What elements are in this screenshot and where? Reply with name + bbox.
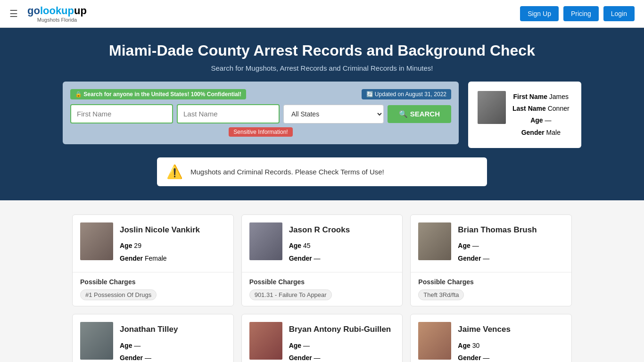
- record-top: Bryan Antony Rubi-Guillen Age — Gender —: [242, 314, 403, 362]
- charges-title: Possible Charges: [249, 278, 395, 286]
- info-avatar: [478, 91, 506, 124]
- logo: golookupup Mugshots Florida: [27, 5, 87, 23]
- record-avatar: [249, 222, 282, 260]
- record-charges: Possible Charges 901.31 - Failure To App…: [242, 272, 403, 306]
- charge-badge: Theft 3Rd/fta: [418, 289, 464, 300]
- record-avatar: [80, 322, 113, 360]
- record-age: Age —: [458, 239, 537, 252]
- login-button[interactable]: Login: [603, 6, 635, 21]
- record-top: Joslin Nicole Vankirk Age 29 Gender Fema…: [73, 215, 233, 272]
- hero-section: Miami-Dade County Arrest Records and Bac…: [0, 28, 644, 200]
- first-name-input[interactable]: [70, 104, 173, 123]
- header-left: ☰ golookupup Mugshots Florida: [9, 5, 87, 23]
- alert-icon: ⚠️: [166, 164, 183, 180]
- age-label: Age: [530, 116, 543, 124]
- record-top: Brian Thomas Brush Age — Gender —: [411, 215, 571, 272]
- record-card[interactable]: Jonathan Tilley Age — Gender — Possible …: [72, 314, 234, 362]
- charge-badge: 901.31 - Failure To Appear: [249, 289, 332, 300]
- gender-label: Gender: [521, 129, 545, 136]
- logo-subtitle: Mugshots Florida: [27, 17, 87, 23]
- record-avatar: [418, 322, 451, 360]
- record-card[interactable]: Jason R Crooks Age 45 Gender — Possible …: [241, 214, 403, 306]
- age-value: —: [545, 116, 551, 124]
- record-charges: Possible Charges #1 Possession Of Drugs: [73, 272, 233, 306]
- search-area: 🔒 Search for anyone in the United States…: [63, 82, 581, 148]
- record-age: Age —: [120, 339, 178, 352]
- record-name: Jason R Crooks: [289, 222, 350, 238]
- record-gender: Gender —: [458, 252, 537, 265]
- last-name-label: Last Name: [512, 105, 546, 112]
- search-button[interactable]: 🔍 SEARCH: [388, 105, 451, 123]
- record-top: Jason R Crooks Age 45 Gender —: [242, 215, 403, 272]
- record-age: Age 45: [289, 239, 350, 252]
- signup-button[interactable]: Sign Up: [520, 6, 559, 21]
- record-gender: Gender —: [289, 252, 350, 265]
- record-name: Jonathan Tilley: [120, 322, 178, 337]
- record-info: Jason R Crooks Age 45 Gender —: [289, 222, 350, 264]
- logo-lookup: lookup: [40, 5, 74, 16]
- last-name-input[interactable]: [177, 104, 280, 123]
- records-grid: Joslin Nicole Vankirk Age 29 Gender Fema…: [72, 214, 572, 362]
- record-name: Brian Thomas Brush: [458, 222, 537, 238]
- alert-banner: ⚠️ Mugshots and Criminal Records. Please…: [157, 157, 487, 186]
- confidential-badge: 🔒 Search for anyone in the United States…: [70, 89, 246, 99]
- record-card[interactable]: Bryan Antony Rubi-Guillen Age — Gender —…: [241, 314, 403, 362]
- hamburger-menu-icon[interactable]: ☰: [9, 8, 18, 19]
- record-info: Brian Thomas Brush Age — Gender —: [458, 222, 537, 264]
- record-name: Jaime Vences: [458, 322, 511, 337]
- record-info: Jonathan Tilley Age — Gender —: [120, 322, 178, 362]
- record-gender: Gender —: [120, 352, 178, 362]
- logo-go: go: [27, 5, 40, 16]
- charges-title: Possible Charges: [418, 278, 564, 286]
- info-gender: Gender Male: [512, 127, 570, 139]
- last-name-value: Conner: [548, 105, 570, 112]
- sensitive-label: Sensitive Information!: [229, 127, 292, 137]
- record-info: Joslin Nicole Vankirk Age 29 Gender Fema…: [120, 222, 200, 264]
- gender-value: Male: [546, 129, 561, 136]
- record-top: Jonathan Tilley Age — Gender —: [73, 314, 233, 362]
- record-age: Age 30: [458, 339, 511, 352]
- charge-badge: #1 Possession Of Drugs: [80, 289, 157, 300]
- info-last-name: Last Name Conner: [512, 103, 570, 115]
- alert-message: Mugshots and Criminal Records. Please Ch…: [190, 168, 384, 176]
- search-inputs: All States Alabama Alaska Arizona Arkans…: [70, 104, 451, 123]
- first-name-value: James: [549, 93, 569, 100]
- record-age: Age 29: [120, 239, 200, 252]
- charges-title: Possible Charges: [80, 278, 226, 286]
- main-content: Joslin Nicole Vankirk Age 29 Gender Fema…: [63, 214, 581, 362]
- record-info: Jaime Vences Age 30 Gender —: [458, 322, 511, 362]
- record-card[interactable]: Joslin Nicole Vankirk Age 29 Gender Fema…: [72, 214, 234, 306]
- info-details: First Name James Last Name Conner Age — …: [512, 91, 570, 139]
- record-avatar: [80, 222, 113, 260]
- search-top-bar: 🔒 Search for anyone in the United States…: [70, 89, 451, 99]
- updated-badge: 🔄 Updated on August 31, 2022: [362, 89, 451, 99]
- record-gender: Gender —: [289, 352, 391, 362]
- info-first-name: First Name James: [512, 91, 570, 103]
- record-charges: Possible Charges Theft 3Rd/fta: [411, 272, 571, 306]
- header: ☰ golookupup Mugshots Florida Sign Up Pr…: [0, 0, 644, 28]
- record-avatar: [249, 322, 282, 360]
- record-avatar: [418, 222, 451, 260]
- info-age: Age —: [512, 115, 570, 126]
- pricing-button[interactable]: Pricing: [563, 6, 599, 21]
- info-card: First Name James Last Name Conner Age — …: [468, 82, 581, 148]
- record-age: Age —: [289, 339, 391, 352]
- record-name: Joslin Nicole Vankirk: [120, 222, 200, 238]
- record-info: Bryan Antony Rubi-Guillen Age — Gender —: [289, 322, 391, 362]
- header-right: Sign Up Pricing Login: [520, 6, 635, 21]
- page-title: Miami-Dade County Arrest Records and Bac…: [9, 42, 635, 59]
- state-select[interactable]: All States Alabama Alaska Arizona Arkans…: [283, 105, 384, 123]
- hero-subtitle: Search for Mugshots, Arrest Records and …: [9, 64, 635, 72]
- first-name-label: First Name: [513, 93, 547, 100]
- record-gender: Gender Female: [120, 252, 200, 265]
- record-card[interactable]: Brian Thomas Brush Age — Gender — Possib…: [410, 214, 572, 306]
- record-name: Bryan Antony Rubi-Guillen: [289, 322, 391, 337]
- record-card[interactable]: Jaime Vences Age 30 Gender — Possible Ch…: [410, 314, 572, 362]
- search-box: 🔒 Search for anyone in the United States…: [63, 82, 459, 144]
- record-top: Jaime Vences Age 30 Gender —: [411, 314, 571, 362]
- record-gender: Gender —: [458, 352, 511, 362]
